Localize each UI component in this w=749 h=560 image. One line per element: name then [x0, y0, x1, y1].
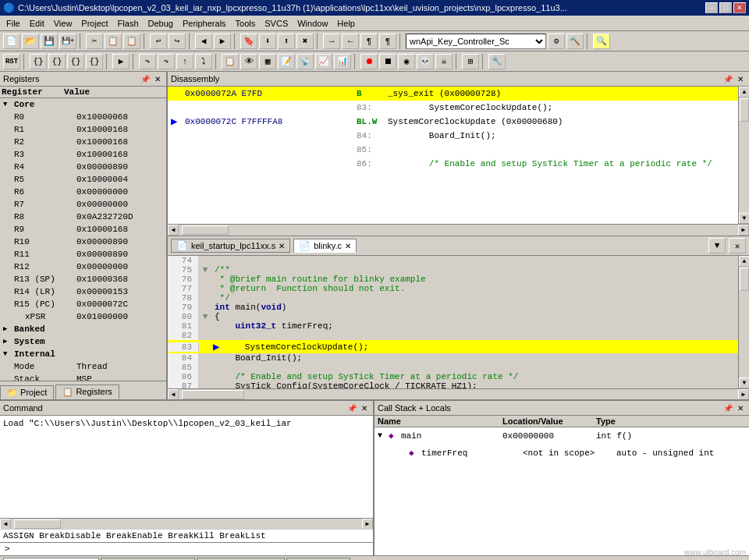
code-hscroll-right[interactable]: ▶ — [738, 389, 749, 400]
code-hscroll-thumb[interactable] — [182, 390, 244, 399]
view-disasm-btn[interactable]: 📋 — [222, 54, 239, 69]
clear-bookmark-button[interactable]: ✖ — [296, 34, 314, 49]
line-fold-74[interactable] — [199, 256, 211, 265]
reg-row-r3[interactable]: R3 0x10000168 — [11, 148, 166, 161]
view-logic-btn[interactable]: 📊 — [334, 54, 351, 69]
view-watch-btn[interactable]: 👁 — [240, 54, 257, 69]
tab-callstack[interactable]: ≡ Call Stack + Locals — [3, 558, 99, 561]
search-button[interactable]: 🔍 — [593, 34, 610, 49]
reg-row-r0[interactable]: R0 0x10000068 — [11, 111, 166, 123]
code-scroll-down[interactable]: ▼ — [739, 377, 749, 388]
line-fold-77[interactable] — [199, 284, 211, 293]
line-fold-80[interactable]: ▼ — [199, 312, 211, 321]
disassembly-scrollbar[interactable]: ▲ ▼ — [738, 87, 749, 224]
save-all-button[interactable]: 💾+ — [59, 34, 76, 49]
disasm-scroll-down[interactable]: ▼ — [739, 213, 749, 224]
menu-window[interactable]: Window — [293, 17, 332, 30]
menu-view[interactable]: View — [49, 17, 77, 30]
target-dropdown[interactable]: wnApi_Key_Controller_Sc — [406, 34, 546, 49]
line-fold-86[interactable] — [199, 372, 211, 381]
tab-blinky-close[interactable]: ✕ — [345, 242, 351, 250]
reg-row-mode[interactable]: Mode Thread — [11, 360, 166, 373]
debug-opt-btn[interactable]: ◉ — [398, 54, 415, 69]
callstack-close-icon[interactable]: ✕ — [735, 402, 746, 413]
build-button[interactable]: 🔨 — [566, 34, 584, 49]
registers-close-icon[interactable]: ✕ — [152, 73, 163, 84]
reg-row-stack[interactable]: Stack MSP — [11, 373, 166, 381]
command-pin-icon[interactable]: 📌 — [346, 402, 357, 413]
code-scroll-thumb[interactable] — [740, 268, 749, 291]
code-hscrollbar[interactable]: ◀ ▶ — [168, 388, 749, 399]
line-fold-79[interactable] — [199, 303, 211, 312]
disasm-row-4[interactable]: 84: Board_Init(); — [168, 129, 738, 143]
reg-row-r2[interactable]: R2 0x10000168 — [11, 136, 166, 148]
reg-row-r12[interactable]: R12 0x00000000 — [11, 261, 166, 273]
command-input-field[interactable] — [13, 544, 371, 554]
kill2-btn[interactable]: ☠ — [435, 54, 453, 69]
reg-row-r10[interactable]: R10 0x00000890 — [11, 236, 166, 248]
tools-btn[interactable]: 🔧 — [488, 54, 506, 69]
format2-button[interactable]: ¶ — [379, 34, 396, 49]
reg-row-r4[interactable]: R4 0x00000890 — [11, 161, 166, 173]
save-button[interactable]: 💾 — [41, 34, 58, 49]
menu-help[interactable]: Help — [332, 17, 360, 30]
debug3-button[interactable]: {} — [67, 54, 84, 69]
disassembly-lines[interactable]: 0x0000072A E7FD B _sys_exit (0x00000728)… — [168, 87, 738, 224]
disasm-scroll-up[interactable]: ▲ — [739, 87, 749, 97]
cs-row-main[interactable]: ▼ ◆ main 0x00000000 int f() — [374, 427, 749, 445]
cmd-hscroll-left[interactable]: ◀ — [0, 519, 11, 530]
reg-row-r9[interactable]: R9 0x10000168 — [11, 223, 166, 236]
view-mem-btn[interactable]: ▦ — [259, 54, 276, 69]
reg-group-system[interactable]: ▶ System — [0, 335, 166, 348]
disasm-scroll-track[interactable] — [739, 97, 749, 213]
view-serial-btn[interactable]: 📡 — [296, 54, 314, 69]
tab-list-button[interactable]: ▼ — [708, 238, 726, 253]
debug4-button[interactable]: {} — [86, 54, 103, 69]
tab-trace-exceptions[interactable]: ⚡ Trace Exceptions — [101, 558, 196, 561]
reg-group-banked[interactable]: ▶ Banked — [0, 323, 166, 335]
code-scrollbar[interactable]: ▲ ▼ — [738, 256, 749, 388]
record-btn[interactable]: ⏺ — [360, 54, 378, 69]
step-to-cursor-btn[interactable]: ⤵ — [195, 54, 212, 69]
debug2-button[interactable]: {} — [48, 54, 66, 69]
disasm-scroll-thumb[interactable] — [740, 98, 749, 122]
target-options-button[interactable]: ⚙ — [548, 34, 565, 49]
line-fold-78[interactable] — [199, 293, 211, 303]
disasm-row-2[interactable]: 83: SystemCoreClockUpdate(); — [168, 101, 738, 115]
tab-event-counters[interactable]: 📊 Event Counters — [197, 558, 285, 561]
command-close-icon[interactable]: ✕ — [359, 402, 370, 413]
disassembly-pin-icon[interactable]: 📌 — [722, 73, 733, 84]
undo-button[interactable]: ↩ — [150, 34, 167, 49]
kill-btn[interactable]: 💀 — [417, 54, 434, 69]
redo-button[interactable]: ↪ — [169, 34, 186, 49]
indent-button[interactable]: → — [323, 34, 340, 49]
reg-row-r8[interactable]: R8 0x0A232720D — [11, 211, 166, 223]
reg-row-r1[interactable]: R1 0x10000168 — [11, 123, 166, 136]
paste-button[interactable]: 📋 — [123, 34, 140, 49]
minimize-button[interactable]: ─ — [705, 2, 718, 13]
reg-row-r6[interactable]: R6 0x00000000 — [11, 186, 166, 198]
line-fold-84[interactable] — [199, 353, 211, 363]
disasm-hscroll-right[interactable]: ▶ — [738, 225, 749, 236]
step-btn[interactable]: ↷ — [139, 54, 156, 69]
menu-flash[interactable]: Flash — [113, 17, 144, 30]
tab-startup-s[interactable]: 📄 keil_startup_lpc11xx.s ✕ — [171, 239, 290, 253]
close-button[interactable]: ✕ — [733, 2, 746, 13]
run-button[interactable]: ▶ — [112, 54, 130, 69]
step-over-btn[interactable]: ↷ — [158, 54, 175, 69]
unindent-button[interactable]: ← — [342, 34, 359, 49]
rst-button[interactable]: RST — [3, 54, 20, 69]
reg-row-r13[interactable]: R13 (SP) 0x10000368 — [11, 273, 166, 285]
disasm-hscroll-left[interactable]: ◀ — [168, 225, 179, 236]
disasm-hscrollbar[interactable]: ◀ ▶ — [168, 224, 749, 235]
command-input-area[interactable]: > — [0, 542, 373, 555]
cs-row-timerfreq[interactable]: ◆ timerFreq <not in scope> auto - unsign… — [374, 445, 749, 462]
cmd-hscroll-right[interactable]: ▶ — [362, 519, 373, 530]
reg-row-r15[interactable]: R15 (PC) 0x0000072C — [11, 298, 166, 310]
tab-blinky-c[interactable]: 📄 blinky.c ✕ — [293, 239, 357, 253]
code-content[interactable]: 74 75 ▼ /** 76 * @brief main routi — [168, 256, 738, 388]
line-fold-85[interactable] — [199, 363, 211, 372]
line-fold-82[interactable] — [199, 331, 211, 340]
menu-tools[interactable]: Tools — [231, 17, 261, 30]
code-scroll-up[interactable]: ▲ — [739, 256, 749, 267]
